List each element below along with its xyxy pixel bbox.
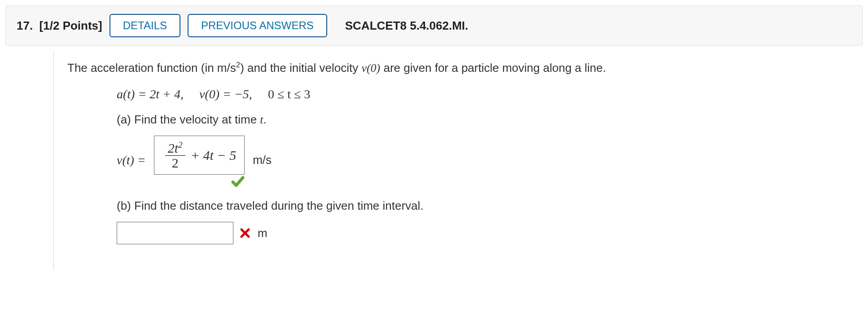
check-icon xyxy=(231,175,245,188)
question-header: 17. [1/2 Points] DETAILS PREVIOUS ANSWER… xyxy=(5,5,863,46)
details-button[interactable]: DETAILS xyxy=(110,14,180,37)
part-a-unit: m/s xyxy=(253,151,272,169)
given-equations: a(t) = 2t + 4, v(0) = −5, 0 ≤ t ≤ 3 xyxy=(117,85,606,104)
question-body: The acceleration function (in m/s2) and … xyxy=(54,51,606,270)
part-a-answer-input[interactable]: 2t2 2 + 4t − 5 xyxy=(154,136,245,175)
question-number: 17. [1/2 Points] xyxy=(17,19,102,33)
part-a-lhs: v(t) = xyxy=(117,151,146,170)
previous-answers-button[interactable]: PREVIOUS ANSWERS xyxy=(188,14,327,37)
part-b-label: (b) Find the distance traveled during th… xyxy=(117,197,606,215)
part-b-answer-row: m xyxy=(117,222,606,244)
prompt-text: The acceleration function (in m/s2) and … xyxy=(67,59,606,77)
x-icon xyxy=(240,228,250,238)
reference-code: SCALCET8 5.4.062.MI. xyxy=(345,19,469,33)
part-a-answer-row: v(t) = 2t2 2 + 4t − 5 m/s xyxy=(117,136,606,185)
part-a-label: (a) Find the velocity at time t. xyxy=(117,111,606,128)
part-b-unit: m xyxy=(258,225,267,242)
part-b-answer-input[interactable] xyxy=(117,222,233,244)
left-gutter xyxy=(0,51,54,270)
